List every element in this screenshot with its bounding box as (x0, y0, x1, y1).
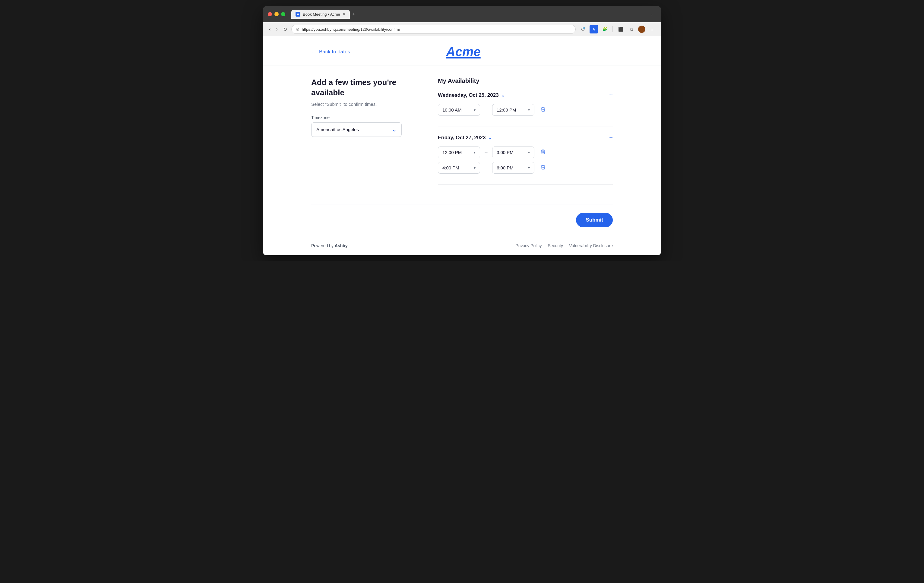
maximize-button[interactable] (281, 12, 285, 16)
back-arrow-icon: ← (311, 49, 317, 55)
ashby-extension-icon[interactable]: A (589, 25, 598, 33)
svg-point-0 (583, 27, 585, 29)
delete-time-button-2-2[interactable] (540, 164, 546, 171)
date-header-1: Wednesday, Oct 25, 2023 ⌄ + (438, 92, 613, 99)
add-time-button-1[interactable]: + (609, 92, 613, 99)
site-footer: Powered by Ashby Privacy Policy Security… (263, 236, 661, 255)
refresh-button[interactable]: ↻ (282, 25, 288, 33)
to-time-value-2-1: 3:00 PM (497, 150, 513, 155)
chrome-menu-icon[interactable]: ⋮ (648, 25, 656, 33)
powered-by-prefix: Powered by (311, 243, 335, 248)
time-arrow-1-1-icon: → (484, 107, 488, 113)
left-panel: Add a few times you're available Select … (311, 77, 402, 192)
date-section-1: Wednesday, Oct 25, 2023 ⌄ + 10:00 AM ▾ → (438, 92, 613, 127)
close-button[interactable] (268, 12, 272, 16)
date-label-1: Wednesday, Oct 25, 2023 (438, 92, 499, 98)
from-time-select-1-1[interactable]: 10:00 AM ▾ (438, 104, 480, 116)
tabs-dropdown-button[interactable]: ⌄ (648, 10, 656, 18)
from-time-chevron-2-1: ▾ (474, 150, 475, 155)
page-content: ← Back to dates Acme Add a few times you… (263, 36, 661, 255)
to-time-chevron-2-2: ▾ (528, 166, 530, 170)
date-chevron-1-icon[interactable]: ⌄ (501, 93, 505, 98)
from-time-select-2-2[interactable]: 4:00 PM ▾ (438, 162, 480, 174)
date-label-2: Friday, Oct 27, 2023 (438, 135, 485, 141)
from-time-chevron-2-2: ▾ (474, 166, 475, 170)
split-screen-icon[interactable]: ⧉ (627, 25, 636, 33)
delete-time-button-1-1[interactable] (540, 106, 546, 114)
time-row-1-1: 10:00 AM ▾ → 12:00 PM ▾ (438, 104, 613, 116)
date-title-2: Friday, Oct 27, 2023 ⌄ (438, 135, 492, 141)
extensions-icon[interactable] (579, 25, 587, 33)
from-time-chevron-1-1: ▾ (474, 108, 475, 112)
timezone-select[interactable]: America/Los Angeles ⌄ (311, 122, 402, 137)
vulnerability-disclosure-link[interactable]: Vulnerability Disclosure (569, 243, 613, 248)
from-time-value-2-1: 12:00 PM (442, 150, 462, 155)
timezone-label: Timezone (311, 115, 402, 120)
right-panel: My Availability Wednesday, Oct 25, 2023 … (438, 77, 613, 192)
back-to-dates-link[interactable]: ← Back to dates (311, 49, 350, 55)
brand-logo: Acme (446, 44, 480, 59)
forward-nav-button[interactable]: › (275, 25, 279, 33)
minimize-button[interactable] (274, 12, 279, 16)
tab-title: Book Meeting • Acme (303, 12, 340, 16)
cast-icon[interactable]: ⬛ (616, 25, 625, 33)
from-time-value-2-2: 4:00 PM (442, 165, 459, 170)
url-text: https://you.ashbyhq.com/meeting/123/avai… (302, 27, 400, 32)
address-bar[interactable]: ⊙ https://you.ashbyhq.com/meeting/123/av… (291, 25, 576, 34)
security-icon: ⊙ (296, 27, 299, 32)
availability-title: My Availability (438, 77, 613, 84)
time-arrow-2-2-icon: → (484, 165, 488, 171)
page-title: Add a few times you're available (311, 77, 402, 98)
security-link[interactable]: Security (548, 243, 563, 248)
to-time-select-2-2[interactable]: 6:00 PM ▾ (492, 162, 535, 174)
submit-button[interactable]: Submit (576, 213, 613, 227)
active-tab[interactable]: A Book Meeting • Acme ✕ (291, 10, 350, 19)
to-time-chevron-2-1: ▾ (528, 150, 530, 155)
to-time-chevron-1-1: ▾ (528, 108, 530, 112)
user-avatar[interactable] (638, 26, 645, 33)
timezone-chevron-icon: ⌄ (392, 126, 396, 133)
time-row-2-2: 4:00 PM ▾ → 6:00 PM ▾ (438, 162, 613, 174)
back-to-dates-label: Back to dates (319, 49, 350, 55)
toolbar-actions: A 🧩 ⬛ ⧉ ⋮ (579, 25, 656, 33)
time-arrow-2-1-icon: → (484, 150, 488, 155)
extensions-manager-icon[interactable]: 🧩 (601, 25, 609, 33)
date-title-1: Wednesday, Oct 25, 2023 ⌄ (438, 92, 505, 98)
delete-time-button-2-1[interactable] (540, 149, 546, 156)
tab-favicon: A (295, 12, 300, 16)
date-header-2: Friday, Oct 27, 2023 ⌄ + (438, 134, 613, 141)
date-chevron-2-icon[interactable]: ⌄ (488, 135, 492, 140)
to-time-value-1-1: 12:00 PM (497, 107, 516, 112)
powered-by-brand: Ashby (335, 243, 348, 248)
date-section-2: Friday, Oct 27, 2023 ⌄ + 12:00 PM ▾ → (438, 134, 613, 185)
tab-close-icon[interactable]: ✕ (343, 12, 346, 16)
timezone-value: America/Los Angeles (316, 127, 359, 132)
browser-toolbar: ‹ › ↻ ⊙ https://you.ashbyhq.com/meeting/… (263, 22, 661, 36)
from-time-select-2-1[interactable]: 12:00 PM ▾ (438, 147, 480, 158)
page-main: Add a few times you're available Select … (263, 66, 661, 204)
page-subtitle: Select "Submit" to confirm times. (311, 102, 402, 107)
back-nav-button[interactable]: ‹ (268, 25, 272, 33)
to-time-select-2-1[interactable]: 3:00 PM ▾ (492, 147, 535, 158)
powered-by: Powered by Ashby (311, 243, 348, 248)
add-time-button-2[interactable]: + (609, 134, 613, 141)
traffic-lights (268, 12, 285, 16)
privacy-policy-link[interactable]: Privacy Policy (515, 243, 541, 248)
from-time-value-1-1: 10:00 AM (442, 107, 461, 112)
new-tab-button[interactable]: + (352, 11, 356, 18)
toolbar-divider (612, 26, 613, 32)
page-header: ← Back to dates Acme (263, 36, 661, 66)
footer-links: Privacy Policy Security Vulnerability Di… (515, 243, 613, 248)
to-time-value-2-2: 6:00 PM (497, 165, 513, 170)
tab-bar: A Book Meeting • Acme ✕ + (291, 10, 644, 19)
time-row-2-1: 12:00 PM ▾ → 3:00 PM ▾ (438, 147, 613, 158)
submit-row: Submit (263, 204, 661, 236)
to-time-select-1-1[interactable]: 12:00 PM ▾ (492, 104, 535, 116)
